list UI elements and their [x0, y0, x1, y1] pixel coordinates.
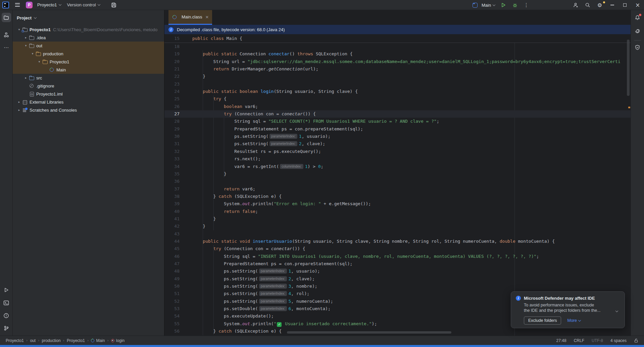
code-line-15[interactable]: 15public class Main { [164, 34, 631, 43]
code-line-20[interactable]: 20 String url = "jdbc:sqlserver://dan_me… [164, 58, 631, 65]
code-line-39[interactable]: 39 System.out.println("Error en login: "… [164, 200, 631, 208]
structure-icon[interactable] [2, 30, 11, 40]
tab-main-class[interactable]: Main.class × [168, 10, 212, 25]
line-number[interactable]: 24 [164, 88, 180, 95]
code-line-32[interactable]: 32 ResultSet rs = ps.executeQuery(); [164, 148, 631, 155]
status-encoding[interactable]: UTF-8 [592, 338, 603, 343]
tree-chevron-icon[interactable]: ▸ [23, 76, 29, 79]
project-tool-icon[interactable] [2, 13, 11, 22]
line-number[interactable]: 28 [164, 118, 180, 125]
code-line-24[interactable]: 24 public static boolean login(String us… [164, 88, 631, 95]
search-icon[interactable] [582, 1, 594, 9]
line-number[interactable]: 56 [164, 328, 180, 335]
line-number[interactable]: 30 [164, 133, 180, 140]
minimize-button[interactable] [606, 0, 618, 10]
code-line-50[interactable]: 50 ps.setString(parameterIndex:3, nombre… [164, 283, 631, 290]
code-line-21[interactable]: 21 return DriverManager.getConnection(ur… [164, 65, 631, 73]
line-number[interactable]: 25 [164, 95, 180, 103]
line-number[interactable]: 18 [164, 43, 180, 50]
version-control-icon[interactable] [2, 324, 11, 333]
code-line-47[interactable]: 47 PreparedStatement ps = con.prepareSta… [164, 260, 631, 268]
debug-button[interactable] [510, 1, 519, 9]
add-user-icon[interactable] [569, 1, 582, 9]
line-number[interactable]: 39 [164, 200, 180, 208]
line-number[interactable]: 46 [164, 253, 180, 260]
line-number[interactable]: 53 [164, 305, 180, 312]
settings-icon[interactable]: ⚙ [594, 1, 606, 9]
code-line-44[interactable]: 44 public static void insertarUsuario(St… [164, 238, 631, 245]
tree-item-proyecto1-iml[interactable]: Proyecto1.iml [13, 90, 164, 98]
tree-chevron-icon[interactable]: ▾ [36, 60, 42, 63]
save-icon[interactable] [109, 1, 118, 9]
line-number[interactable]: 37 [164, 185, 180, 193]
line-number[interactable]: 38 [164, 193, 180, 200]
vcs-selector[interactable]: Version control [66, 1, 101, 8]
line-number[interactable]: 47 [164, 260, 180, 268]
run-configuration-selector[interactable]: Main [480, 2, 496, 9]
breadcrumb-item-login[interactable]: login [111, 338, 125, 343]
line-number[interactable]: 34 [164, 163, 180, 170]
breadcrumb-item-out[interactable]: out [30, 338, 36, 343]
tree-chevron-icon[interactable]: ▸ [16, 100, 22, 104]
breadcrumb-item-proyecto1[interactable]: Proyecto1 [4, 338, 24, 343]
line-number[interactable]: 29 [164, 125, 180, 133]
line-number[interactable]: 55 [164, 320, 180, 328]
breadcrumb-item-main[interactable]: Main [91, 338, 105, 343]
tree-item-main[interactable]: Main [13, 66, 164, 74]
maximize-button[interactable] [618, 0, 631, 10]
line-number[interactable]: 41 [164, 215, 180, 223]
code-line-48[interactable]: 48 ps.setString(parameterIndex:1, usuari… [164, 268, 631, 275]
code-line-26[interactable]: 26 boolean var6; [164, 103, 631, 110]
code-line-36[interactable]: 36 [164, 178, 631, 185]
tree-item-proyecto1[interactable]: ▾Proyecto1 [13, 58, 164, 66]
line-number[interactable]: 52 [164, 298, 180, 305]
status-line-separator[interactable]: CRLF [574, 338, 584, 343]
line-number[interactable]: 19 [164, 50, 180, 58]
run-button[interactable] [499, 1, 508, 9]
code-line-46[interactable]: 46 String sql = "INSERT INTO Usuarios1 (… [164, 253, 631, 260]
line-number[interactable]: 32 [164, 148, 180, 155]
code-line-22[interactable]: 22 } [164, 73, 631, 80]
tree-chevron-icon[interactable]: ▾ [16, 28, 22, 31]
vertical-scrollbar[interactable] [627, 40, 630, 96]
code-line-40[interactable]: 40 return false; [164, 208, 631, 215]
code-line-41[interactable]: 41 } [164, 215, 631, 223]
line-number[interactable]: 22 [164, 73, 180, 80]
more-tools-icon[interactable]: ⋯ [2, 43, 11, 52]
tree-item--gitignore[interactable]: .gitignore [13, 82, 164, 90]
code-line-30[interactable]: 30 ps.setString(parameterIndex:1, usuari… [164, 133, 631, 140]
code-line-35[interactable]: 35 } [164, 170, 631, 178]
more-actions-icon[interactable]: ⋮ [522, 1, 531, 9]
line-number[interactable]: 51 [164, 290, 180, 297]
chevron-down-icon[interactable] [34, 16, 37, 18]
line-number[interactable]: 50 [164, 283, 180, 290]
tree-item--idea[interactable]: ▸.idea [13, 34, 164, 42]
code-line-43[interactable]: 43 [164, 230, 631, 238]
line-number[interactable]: 36 [164, 178, 180, 185]
line-number[interactable]: 49 [164, 275, 180, 283]
project-selector[interactable]: Proyecto1 [36, 1, 62, 8]
code-line-38[interactable]: 38 } catch (SQLException e) { [164, 193, 631, 200]
horizontal-scrollbar[interactable] [287, 331, 451, 334]
problems-icon[interactable] [2, 311, 11, 320]
line-number[interactable]: 43 [164, 230, 180, 238]
line-number[interactable]: 31 [164, 140, 180, 148]
line-number[interactable]: 35 [164, 170, 180, 178]
line-number[interactable]: 21 [164, 65, 180, 73]
exclude-folders-button[interactable]: Exclude folders [524, 316, 561, 325]
code-line-23[interactable]: 23 [164, 80, 631, 88]
tree-item-out[interactable]: ▾out [13, 42, 164, 50]
error-stripe-mark[interactable] [628, 107, 630, 108]
code-line-33[interactable]: 33 rs.next(); [164, 155, 631, 163]
terminal-icon[interactable] [2, 298, 11, 307]
tree-chevron-icon[interactable]: ▸ [23, 36, 29, 39]
ai-assistant-icon[interactable] [633, 26, 642, 36]
code-line-25[interactable]: 25 try { [164, 95, 631, 103]
tree-item-proyecto1[interactable]: ▾Proyecto1C:\Users\Theo_Bloem\Documents\… [13, 25, 164, 34]
line-number[interactable]: 40 [164, 208, 180, 215]
tree-item-production[interactable]: ▾production [13, 50, 164, 58]
close-tab-icon[interactable]: × [205, 14, 209, 19]
line-number[interactable]: 42 [164, 223, 180, 230]
main-menu-icon[interactable] [12, 1, 22, 9]
code-line-42[interactable]: 42 } [164, 223, 631, 230]
